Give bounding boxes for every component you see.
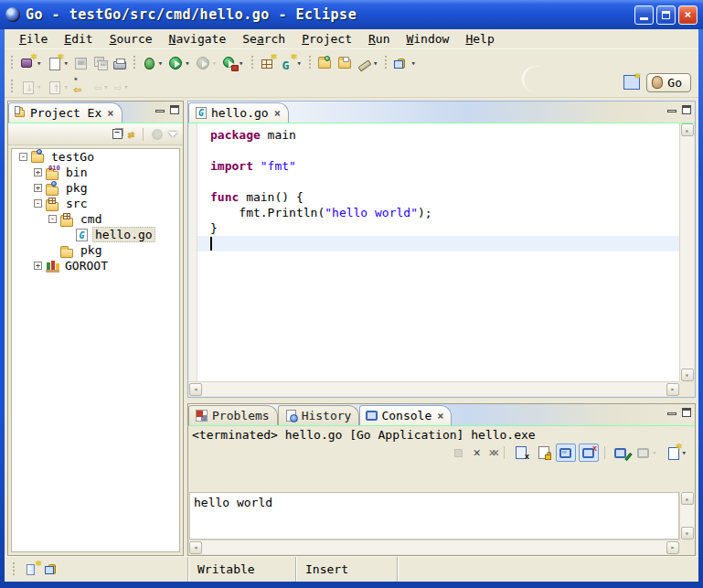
new-file-button[interactable] (44, 52, 70, 74)
remove-all-terminated-button[interactable]: ✕✕ (486, 444, 499, 462)
search-button[interactable] (356, 52, 380, 74)
tree-item-pkg[interactable]: + pkg (12, 180, 179, 196)
scroll-left-icon[interactable] (189, 383, 202, 396)
toolbar-grip[interactable] (10, 56, 14, 70)
view-menu-icon[interactable] (168, 132, 177, 137)
tab-project-explorer[interactable]: Project Ex (8, 102, 122, 123)
new-wizard-button[interactable] (17, 52, 44, 74)
panel-minimize-icon[interactable] (667, 412, 676, 415)
toolbar-grip[interactable] (250, 56, 254, 70)
scroll-lock-button[interactable] (533, 444, 553, 462)
scroll-down-icon[interactable] (681, 527, 694, 540)
code-editor[interactable]: package main import "fmt" func main() { … (189, 123, 679, 381)
tree-item-goroot[interactable]: + GOROOT (12, 258, 179, 273)
tab-hello-go[interactable]: G hello.go (188, 102, 289, 123)
open-file-button[interactable] (336, 52, 356, 74)
clear-console-button[interactable]: x (510, 444, 530, 462)
code-area[interactable]: package main import "fmt" func main() { … (197, 123, 679, 381)
tree-item-bin[interactable]: + 010 bin (12, 165, 179, 180)
editor-horizontal-scrollbar[interactable] (189, 381, 679, 396)
print-button[interactable] (111, 52, 129, 74)
previous-annotation-button[interactable]: ↑ (44, 76, 70, 98)
menu-window[interactable]: Window (399, 30, 456, 48)
panel-minimize-icon[interactable] (667, 110, 676, 112)
console-horizontal-scrollbar[interactable] (189, 540, 679, 554)
history-tab-label: History (302, 409, 352, 422)
scroll-up-icon[interactable] (681, 492, 694, 505)
link-with-editor-icon[interactable]: ⇄ (128, 128, 134, 141)
external-tools-button[interactable] (219, 52, 246, 74)
terminate-button[interactable] (449, 444, 468, 462)
editor-vertical-scrollbar[interactable] (679, 123, 694, 381)
open-console-button[interactable] (663, 444, 689, 462)
expander-icon[interactable]: + (34, 184, 42, 192)
menu-file[interactable]: File (12, 30, 55, 48)
remove-launch-button[interactable]: ✕ (471, 444, 484, 462)
run-button[interactable] (165, 52, 192, 74)
panel-maximize-icon[interactable] (682, 105, 691, 114)
editor-tab-close-icon[interactable] (272, 106, 281, 120)
scroll-up-icon[interactable] (681, 123, 694, 136)
console-vertical-scrollbar[interactable] (679, 492, 694, 540)
toolbar-grip[interactable] (384, 56, 388, 70)
menu-help[interactable]: Help (458, 30, 501, 48)
expander-icon[interactable]: - (34, 199, 42, 208)
scroll-right-icon[interactable] (666, 383, 679, 396)
forward-button[interactable]: ⇨ (112, 76, 132, 98)
collapse-all-icon[interactable] (112, 129, 122, 139)
task-sync-status-icon[interactable] (48, 564, 56, 574)
expander-icon[interactable]: + (34, 262, 42, 270)
tree-item-cmd[interactable]: - cmd (12, 211, 179, 227)
scroll-down-icon[interactable] (681, 369, 694, 381)
next-annotation-button[interactable]: ↓ (17, 76, 44, 98)
tree-item-hello-go[interactable]: G hello.go (12, 227, 179, 242)
save-all-button[interactable] (91, 52, 111, 74)
panel-minimize-icon[interactable] (155, 110, 165, 112)
debug-button[interactable] (140, 52, 165, 74)
task-sync-button[interactable] (391, 52, 418, 74)
last-edit-location-button[interactable]: ⇦* (71, 76, 91, 98)
menu-navigate[interactable]: Navigate (162, 30, 234, 48)
maximize-icon (662, 11, 670, 19)
display-selected-console-button[interactable] (634, 444, 659, 462)
fast-view-icon[interactable] (27, 562, 39, 577)
pin-console-button[interactable] (611, 444, 631, 462)
tree-item-testgo[interactable]: - testGo (12, 149, 179, 165)
expander-icon[interactable]: - (48, 215, 57, 223)
project-explorer-tab-close-icon[interactable] (105, 106, 113, 120)
toolbar-grip[interactable] (133, 56, 136, 70)
console-tab-close-icon[interactable] (435, 409, 443, 422)
menu-source[interactable]: Source (102, 30, 160, 48)
back-button[interactable]: ⇦ (91, 76, 112, 98)
tree-item-src[interactable]: - src (12, 196, 179, 211)
toolbar-grip[interactable] (10, 80, 14, 94)
new-go-element-button[interactable]: G (278, 52, 304, 74)
focus-icon[interactable] (152, 129, 163, 140)
tab-problems[interactable]: Problems (188, 405, 278, 425)
expander-icon[interactable]: - (19, 153, 27, 161)
maximize-button[interactable] (656, 5, 676, 25)
open-package-button[interactable] (315, 52, 336, 74)
tab-history[interactable]: History (278, 405, 360, 425)
menu-edit[interactable]: Edit (57, 30, 100, 48)
panel-maximize-icon[interactable] (682, 408, 691, 417)
close-button[interactable]: × (678, 5, 698, 25)
tab-console[interactable]: Console (359, 405, 452, 425)
panel-maximize-icon[interactable] (170, 105, 179, 114)
expander-icon[interactable]: + (34, 168, 42, 176)
menu-run[interactable]: Run (361, 30, 397, 48)
save-button[interactable] (71, 52, 91, 74)
scroll-left-icon[interactable] (189, 541, 202, 554)
show-stderr-toggle[interactable]: x (579, 444, 599, 462)
menu-search[interactable]: Search (235, 30, 293, 48)
minimize-button[interactable] (634, 5, 654, 25)
toolbar-grip[interactable] (308, 56, 312, 70)
statusbar-grip[interactable] (12, 562, 16, 577)
show-stdout-toggle[interactable]: ▭ (556, 444, 576, 462)
menu-project[interactable]: Project (294, 30, 359, 48)
scroll-right-icon[interactable] (666, 541, 679, 554)
new-project-button[interactable] (258, 52, 278, 74)
tree-item-pkg2[interactable]: pkg (12, 242, 179, 258)
console-output[interactable]: hello world (189, 492, 679, 540)
run-history-button[interactable] (193, 52, 219, 74)
